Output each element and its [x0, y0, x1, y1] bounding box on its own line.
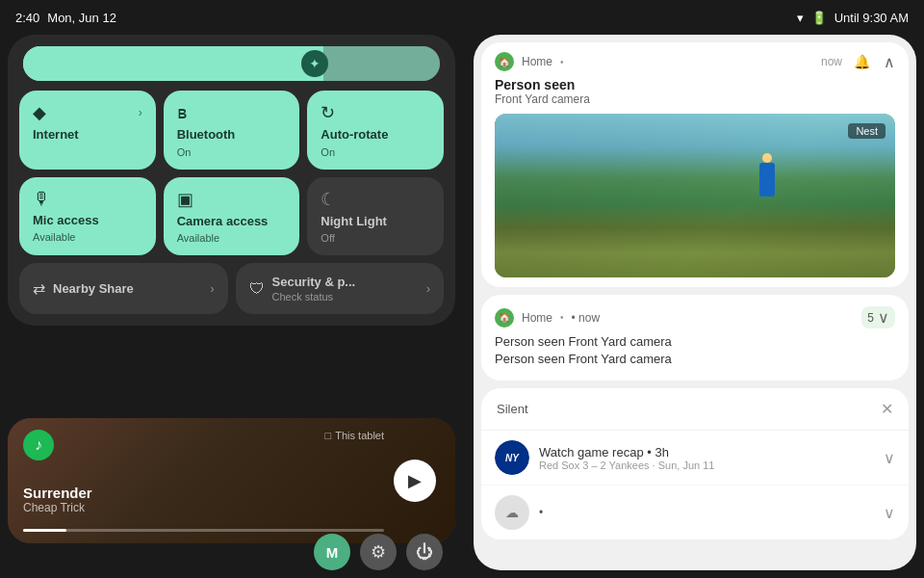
notif2-collapse[interactable]: ∨ — [878, 308, 889, 327]
notification-panel: 🏠 Home • now 🔔 ∧ Person seen Front Yard … — [474, 35, 916, 570]
toggle-grid-1: ◆ › Internet ʙ Bluetooth On ↻ Auto-rotat… — [19, 91, 444, 170]
battery-icon: 🔋 — [811, 11, 827, 25]
notif2-badge: 5 ∨ — [861, 306, 895, 328]
notif4-icon: ☁ — [495, 495, 529, 530]
power-button[interactable]: ⏻ — [406, 534, 443, 570]
notif4-dot: • — [539, 506, 543, 519]
play-button[interactable]: ▶ — [394, 460, 436, 502]
notif2-line-2: Person seen Front Yard camera — [495, 352, 895, 366]
yankee-logo: NY — [495, 440, 529, 475]
brightness-fill — [23, 46, 323, 81]
media-artist: Cheap Trick — [23, 501, 92, 514]
media-info: Surrender Cheap Trick — [23, 485, 92, 514]
time: 2:40 — [15, 11, 39, 25]
internet-icon: ◆ — [33, 102, 46, 123]
brightness-track-bg — [323, 46, 440, 81]
night-light-sub: Off — [321, 232, 430, 244]
home-app-icon-2: 🏠 — [495, 308, 514, 328]
battery-text: Until 9:30 AM — [834, 11, 909, 25]
brightness-thumb[interactable]: ✦ — [301, 50, 328, 77]
notif4-expand[interactable]: ∨ — [884, 504, 895, 522]
nest-notification-card: 🏠 Home • now 🔔 ∧ Person seen Front Yard … — [481, 42, 909, 287]
bottom-row: ⇄ Nearby Share › 🛡 Security & p... Check… — [19, 263, 444, 314]
silent-close-button[interactable]: ✕ — [881, 400, 893, 418]
camera-access-tile[interactable]: ▣ Camera access Available — [164, 177, 300, 256]
notif-subtitle-1: Front Yard camera — [495, 92, 895, 106]
settings-button[interactable]: ⚙ — [360, 534, 397, 570]
notif2-dot: • — [560, 312, 564, 323]
extra-notification: ☁ • ∨ — [481, 486, 909, 539]
bluetooth-sub: On — [177, 146, 287, 158]
mic-label: Mic access — [33, 213, 142, 228]
mic-access-tile[interactable]: 🎙 Mic access Available — [19, 177, 156, 256]
camera-label: Camera access — [177, 214, 287, 229]
security-tile[interactable]: 🛡 Security & p... Check status › — [236, 263, 445, 314]
night-light-tile[interactable]: ☾ Night Light Off — [307, 177, 444, 256]
date: Mon, Jun 12 — [47, 11, 116, 25]
media-progress[interactable] — [23, 529, 384, 532]
notif-title-1: Person seen — [495, 77, 895, 92]
status-right: ▾ 🔋 Until 9:30 AM — [797, 11, 909, 25]
notif2-badge-count: 5 — [867, 311, 874, 325]
night-light-label: Night Light — [321, 214, 430, 229]
security-icon: 🛡 — [249, 280, 265, 298]
security-label: Security & p... — [272, 275, 356, 289]
security-text: Security & p... Check status — [272, 275, 356, 302]
mic-sub: Available — [33, 231, 142, 243]
nest-label: Nest — [848, 123, 886, 139]
nest-camera-image[interactable]: Nest — [495, 114, 895, 277]
system-buttons: M ⚙ ⏻ — [0, 534, 462, 570]
bluetooth-icon: ʙ — [177, 102, 187, 123]
nest-app-icon: 🏠 — [495, 52, 514, 71]
camera-scene — [495, 114, 895, 277]
nearby-share-tile[interactable]: ⇄ Nearby Share › — [19, 263, 228, 314]
status-left: 2:40 Mon, Jun 12 — [15, 11, 116, 25]
notif3-content: Watch game recap • 3h Red Sox 3 – 2 Yank… — [539, 445, 874, 471]
nearby-share-label: Nearby Share — [53, 281, 134, 296]
mic-icon: 🎙 — [33, 189, 50, 209]
camera-icon: ▣ — [177, 189, 193, 210]
notif-bell-icon: 🔔 — [854, 54, 870, 69]
silent-section: Silent ✕ NY Watch game recap • 3h Red So… — [481, 388, 909, 539]
wifi-icon: ▾ — [797, 11, 804, 25]
camera-sub: Available — [177, 232, 287, 244]
notif-collapse-1[interactable]: ∧ — [884, 53, 895, 71]
quick-settings-panel: ✦ ◆ › Internet ʙ Bluetooth On ↻ Auto-rot… — [8, 35, 455, 326]
bluetooth-tile[interactable]: ʙ Bluetooth On — [164, 91, 300, 170]
auto-rotate-tile[interactable]: ↻ Auto-rotate On — [307, 91, 444, 170]
silent-label: Silent — [497, 402, 881, 416]
bluetooth-label: Bluetooth — [177, 127, 287, 143]
notif3-expand[interactable]: ∨ — [884, 449, 895, 467]
game-recap-notification: NY Watch game recap • 3h Red Sox 3 – 2 Y… — [481, 431, 909, 486]
brightness-slider[interactable]: ✦ — [23, 46, 440, 81]
source-label: This tablet — [335, 430, 384, 441]
internet-label: Internet — [33, 127, 142, 143]
auto-rotate-sub: On — [321, 146, 430, 158]
notif2-time: • now — [572, 311, 601, 325]
camera-person — [759, 163, 775, 197]
spotify-icon: ♪ — [23, 430, 54, 460]
internet-tile[interactable]: ◆ › Internet — [19, 91, 156, 170]
notif-app-name-1: Home — [522, 55, 552, 68]
nearby-chevron: › — [211, 282, 215, 296]
security-chevron: › — [426, 282, 430, 296]
notif-header-1: 🏠 Home • now 🔔 ∧ — [481, 42, 909, 77]
auto-rotate-label: Auto-rotate — [321, 127, 430, 143]
user-avatar[interactable]: M — [314, 534, 350, 570]
notif3-title: Watch game recap • 3h — [539, 445, 874, 460]
media-content: ♪ □ This tablet Surrender Cheap Trick ▶ — [8, 418, 455, 543]
auto-rotate-icon: ↻ — [321, 102, 335, 123]
notif-body-1: Person seen Front Yard camera Nest — [481, 77, 909, 287]
notif3-sub: Red Sox 3 – 2 Yankees · Sun, Jun 11 — [539, 460, 874, 471]
media-progress-fill — [23, 529, 66, 532]
tablet-icon: □ — [325, 430, 332, 441]
notif2-header: 🏠 Home • • now 5 ∨ — [495, 306, 895, 328]
notif2-app-name: Home — [522, 311, 552, 325]
internet-chevron: › — [139, 106, 142, 119]
home-notification-card-2: 🏠 Home • • now 5 ∨ Person seen Front Yar… — [481, 295, 909, 381]
notif2-line-1: Person seen Front Yard camera — [495, 334, 895, 349]
toggle-grid-2: 🎙 Mic access Available ▣ Camera access A… — [19, 177, 444, 256]
yankees-icon: NY — [495, 440, 529, 475]
media-title: Surrender — [23, 485, 92, 501]
media-player: ♪ □ This tablet Surrender Cheap Trick ▶ — [8, 418, 455, 543]
